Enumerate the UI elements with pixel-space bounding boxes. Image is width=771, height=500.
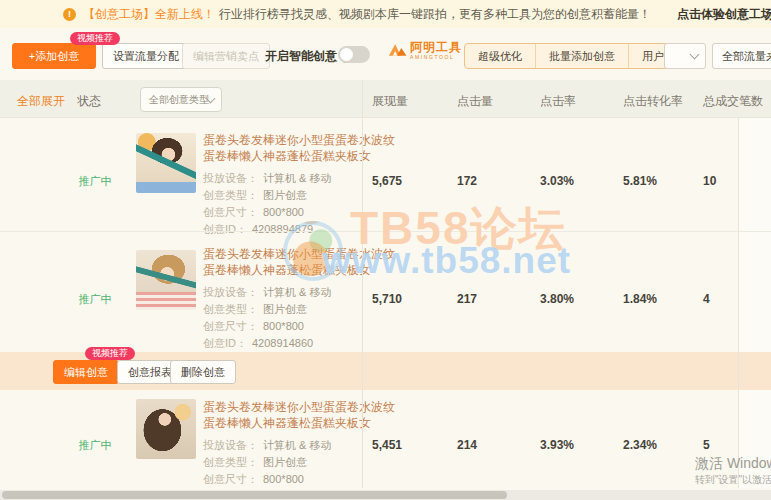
clicks-value: 217 [457,292,477,306]
delete-creative-button[interactable]: 删除创意 [170,360,236,384]
status-badge: 推广中 [60,438,130,453]
cvr-value: 2.34% [623,438,657,452]
banner-text: 行业排行榜寻找灵感、视频剧本库一键跟拍，更有多种工具为您的创意积蓄能量！ [219,6,651,23]
detail-value: 计算机 & 移动 [263,439,331,451]
impressions-value: 5,451 [372,438,402,452]
status-badge: 推广中 [60,174,130,189]
status-badge: 推广中 [60,292,130,307]
column-header-orders: 总成交笔数 [703,93,763,110]
creative-title[interactable]: 蛋卷头卷发棒迷你小型蛋蛋卷水波纹蛋卷棒懒人神器蓬松蛋糕夹板女 [203,399,401,431]
impressions-value: 5,710 [372,292,402,306]
detail-label: 创意尺寸： [203,473,258,485]
detail-value: 图片创意 [263,303,307,315]
detail-label: 创意尺寸： [203,206,258,218]
detail-label: 创意类型： [203,303,258,315]
orders-value: 10 [703,174,716,188]
traffic-allocation-button[interactable]: 设置流量分配 [102,43,190,69]
announcement-banner: 【创意工场】全新上线！ 行业排行榜寻找灵感、视频剧本库一键跟拍，更有多种工具为您… [0,0,771,28]
tool-more-select[interactable] [664,43,706,69]
amingtool-logo: 阿明工具 AMINGTOOL [388,41,462,60]
ctr-value: 3.03% [540,174,574,188]
creative-title[interactable]: 蛋卷头卷发棒迷你小型蛋蛋卷水波纹蛋卷棒懒人神器蓬松蛋糕夹板女 [203,132,401,164]
smart-creative-toggle[interactable] [338,46,370,63]
detail-value: 图片创意 [263,189,307,201]
banner-highlight: 【创意工场】全新上线！ [83,6,215,23]
creative-thumbnail[interactable] [136,250,196,310]
horizontal-scrollbar-thumb[interactable] [2,491,507,499]
expand-all-link[interactable]: 全部展开 [17,93,65,110]
detail-label: 创意类型： [203,456,258,468]
detail-label: 创意类型： [203,189,258,201]
banner-cta-link[interactable]: 点击体验创意工场 > [677,6,771,23]
cvr-value: 5.81% [623,174,657,188]
announcement-icon [63,8,76,21]
table-header: 全部展开 状态 全部创意类型 展现量 点击量 点击率 点击转化率 总成交笔数 [0,80,771,118]
column-divider [362,80,363,488]
detail-label: 投放设备： [203,439,258,451]
add-creative-button[interactable]: +添加创意 [12,43,96,69]
detail-label: 创意尺寸： [203,320,258,332]
table-row: 推广中 蛋卷头卷发棒迷你小型蛋蛋卷水波纹蛋卷棒懒人神器蓬松蛋糕夹板女 投放设备：… [0,390,771,500]
edit-selling-point-button: 编辑营销卖点 [182,43,270,69]
detail-label: 投放设备： [203,172,258,184]
detail-value: 计算机 & 移动 [263,286,331,298]
creative-type-filter[interactable]: 全部创意类型 [140,87,222,112]
logo-subtitle: AMINGTOOL [410,54,462,60]
column-header-ctr: 点击率 [540,93,576,110]
creative-thumbnail[interactable] [136,399,196,459]
traffic-source-select[interactable]: 全部流量来源 [712,43,771,69]
creative-id: 4208914860 [252,337,313,349]
clicks-value: 172 [457,174,477,188]
creative-title[interactable]: 蛋卷头卷发棒迷你小型蛋蛋卷水波纹蛋卷棒懒人神器蓬松蛋糕夹板女 [203,246,401,278]
video-recommend-badge: 视频推荐 [85,347,135,360]
detail-label: 创意ID： [203,337,247,349]
ctr-value: 3.80% [540,292,574,306]
column-header-clicks: 点击量 [457,93,493,110]
amingtool-logo-icon [388,41,407,57]
detail-value: 800*800 [263,473,304,485]
table-row: 推广中 蛋卷头卷发棒迷你小型蛋蛋卷水波纹蛋卷棒懒人神器蓬松蛋糕夹板女 投放设备：… [0,120,771,232]
impressions-value: 5,675 [372,174,402,188]
orders-value: 5 [703,438,710,452]
creative-thumbnail[interactable] [136,133,196,193]
creative-action-row: 编辑创意 视频推荐 创意报表 删除创意 [0,352,771,390]
table-row: 推广中 蛋卷头卷发棒迷你小型蛋蛋卷水波纹蛋卷棒懒人神器蓬松蛋糕夹板女 投放设备：… [0,232,771,350]
logo-name: 阿明工具 [410,41,462,54]
detail-value: 800*800 [263,320,304,332]
super-optimize-button[interactable]: 超级优化 [465,44,535,68]
detail-value: 计算机 & 移动 [263,172,331,184]
cvr-value: 1.84% [623,292,657,306]
orders-value: 4 [703,292,710,306]
video-recommend-badge: 视频推荐 [70,32,120,45]
detail-value: 图片创意 [263,456,307,468]
chevron-down-icon [690,50,700,60]
status-column-header: 状态 [77,93,101,110]
creative-management-page: 【创意工场】全新上线！ 行业排行榜寻找灵感、视频剧本库一键跟拍，更有多种工具为您… [0,0,771,500]
ctr-value: 3.93% [540,438,574,452]
batch-add-creative-button[interactable]: 批量添加创意 [535,44,628,68]
horizontal-scrollbar[interactable] [0,490,771,500]
clicks-value: 214 [457,438,477,452]
edit-creative-button[interactable]: 编辑创意 [53,360,119,384]
detail-label: 投放设备： [203,286,258,298]
column-header-cvr: 点击转化率 [623,93,683,110]
detail-value: 800*800 [263,206,304,218]
column-header-impressions: 展现量 [372,93,408,110]
column-divider [738,118,739,488]
